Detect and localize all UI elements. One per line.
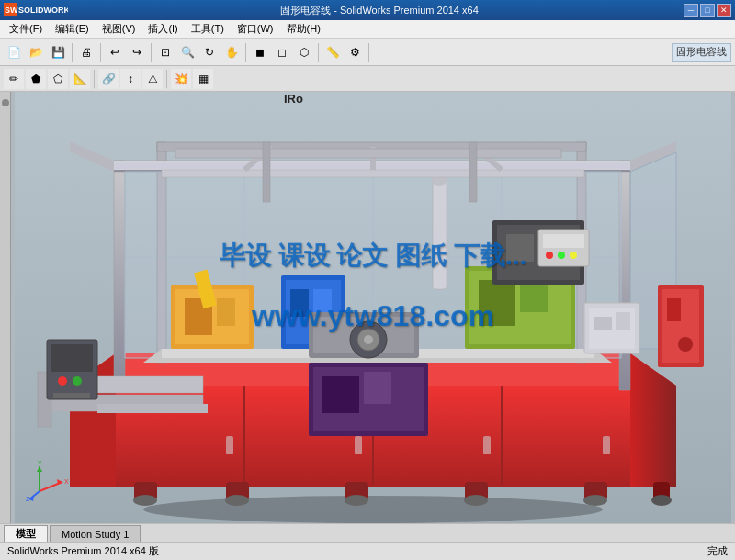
svg-point-22: [133, 495, 157, 506]
evaluate-button[interactable]: 📐: [70, 69, 90, 89]
svg-point-59: [364, 335, 373, 344]
app-logo: SW SOLIDWORKS: [4, 3, 68, 17]
sep4: [245, 43, 246, 62]
minimize-button[interactable]: ─: [684, 4, 698, 17]
watermark-chinese: 毕设 课设 论文 图纸 下载...: [220, 239, 526, 274]
tab-model[interactable]: 模型: [4, 525, 48, 542]
main-toolbar: 📄 📂 💾 🖨 ↩ ↪ ⊡ 🔍 ↻ ✋ ◼ ◻ ⬡ 📏 ⚙ 固形电容线: [0, 39, 735, 66]
svg-rect-15: [603, 436, 610, 454]
redo-button[interactable]: ↪: [127, 42, 147, 62]
svg-rect-92: [175, 149, 561, 158]
svg-rect-71: [364, 372, 391, 404]
svg-rect-93: [263, 142, 270, 202]
svg-rect-88: [162, 170, 584, 177]
svg-point-25: [464, 495, 488, 506]
svg-point-81: [558, 252, 565, 259]
zoom-in-button[interactable]: 🔍: [177, 42, 198, 62]
menu-insert[interactable]: 插入(I): [142, 21, 183, 37]
svg-point-24: [345, 495, 368, 506]
tab-motion-study[interactable]: Motion Study 1: [50, 525, 141, 542]
maximize-button[interactable]: □: [700, 4, 715, 17]
svg-rect-102: [616, 312, 630, 330]
svg-text:SOLIDWORKS: SOLIDWORKS: [18, 6, 68, 15]
title-bar: SW SOLIDWORKS 固形电容线 - SolidWorks Premium…: [0, 0, 735, 20]
iro-text: IRo: [284, 92, 303, 106]
svg-text:SW: SW: [5, 6, 18, 15]
svg-point-85: [58, 376, 67, 386]
secondary-toolbar: ✏ ⬟ ⬠ 📐 🔗 ↕ ⚠ 💥 ▦: [0, 66, 735, 92]
rotate-button[interactable]: ↻: [199, 42, 220, 62]
svg-rect-84: [51, 344, 93, 372]
svg-rect-79: [543, 234, 584, 248]
measure-button[interactable]: 📏: [322, 42, 343, 62]
svg-point-23: [225, 495, 249, 506]
new-button[interactable]: 📄: [4, 42, 24, 62]
left-panel: [0, 92, 11, 523]
svg-point-80: [546, 252, 553, 259]
svg-point-27: [651, 495, 672, 506]
close-button[interactable]: ✕: [717, 4, 731, 17]
svg-text:X: X: [64, 478, 69, 485]
left-panel-handle[interactable]: [2, 99, 9, 106]
features-button[interactable]: ⬟: [26, 69, 46, 89]
move-component-button[interactable]: ↕: [120, 69, 141, 89]
undo-button[interactable]: ↩: [105, 42, 125, 62]
watermark-url: www.ytw818.com: [252, 299, 494, 333]
smart-mates-button[interactable]: 🔗: [98, 69, 119, 89]
svg-rect-97: [667, 298, 681, 321]
menu-help[interactable]: 帮助(H): [281, 21, 326, 37]
svg-rect-77: [97, 404, 208, 413]
viewport[interactable]: IRo: [11, 92, 735, 523]
svg-rect-101: [594, 317, 612, 330]
svg-marker-106: [37, 466, 42, 472]
svg-rect-70: [322, 376, 359, 413]
svg-text:Y: Y: [38, 460, 42, 466]
menu-file[interactable]: 文件(F): [4, 21, 48, 37]
svg-point-98: [678, 337, 693, 352]
menu-edit[interactable]: 编辑(E): [50, 21, 95, 37]
svg-text:Z: Z: [26, 496, 30, 502]
menu-bar: 文件(F) 编辑(E) 视图(V) 插入(I) 工具(T) 窗口(W) 帮助(H…: [0, 20, 735, 39]
section-view-button[interactable]: ⬡: [294, 42, 314, 62]
save-button[interactable]: 💾: [48, 42, 68, 62]
bottom-tabs: 模型 Motion Study 1: [0, 523, 735, 542]
svg-point-86: [73, 376, 82, 386]
zoom-fit-button[interactable]: ⊡: [155, 42, 175, 62]
menu-window[interactable]: 窗口(W): [232, 21, 279, 37]
sep5: [318, 43, 319, 62]
sep6: [368, 43, 369, 62]
display-mode-button[interactable]: ◼: [250, 42, 270, 62]
svg-line-107: [29, 491, 40, 499]
svg-point-82: [570, 252, 577, 259]
status-version: SolidWorks Premium 2014 x64 版: [7, 544, 159, 558]
svg-rect-28: [114, 161, 125, 390]
svg-rect-87: [53, 393, 90, 398]
assembly-button[interactable]: ⬠: [48, 69, 68, 89]
collision-button[interactable]: ⚠: [142, 69, 163, 89]
menu-tools[interactable]: 工具(T): [186, 21, 230, 37]
wireframe-button[interactable]: ◻: [272, 42, 292, 62]
svg-point-4: [143, 496, 603, 523]
axis-indicator: X Y Z: [26, 459, 72, 505]
pattern-button[interactable]: ▦: [193, 69, 213, 89]
explode-button[interactable]: 💥: [171, 69, 191, 89]
status-bar: SolidWorks Premium 2014 x64 版 完成: [0, 542, 735, 560]
pan-button[interactable]: ✋: [221, 42, 242, 62]
sep1: [72, 43, 73, 62]
sep8: [166, 70, 167, 88]
print-button[interactable]: 🖨: [76, 42, 96, 62]
open-button[interactable]: 📂: [26, 42, 46, 62]
svg-rect-14: [483, 436, 491, 454]
sep2: [100, 43, 101, 62]
menu-view[interactable]: 视图(V): [96, 21, 141, 37]
svg-rect-49: [217, 298, 235, 326]
svg-rect-13: [355, 436, 362, 454]
toolbar-right-label: 固形电容线: [672, 43, 731, 62]
status-complete: 完成: [707, 544, 728, 558]
svg-rect-12: [226, 436, 233, 454]
mate-button[interactable]: ⚙: [345, 42, 365, 62]
svg-rect-94: [469, 142, 477, 202]
window-controls[interactable]: ─ □ ✕: [684, 4, 731, 17]
sketch-button[interactable]: ✏: [4, 69, 24, 89]
sep7: [94, 70, 95, 88]
